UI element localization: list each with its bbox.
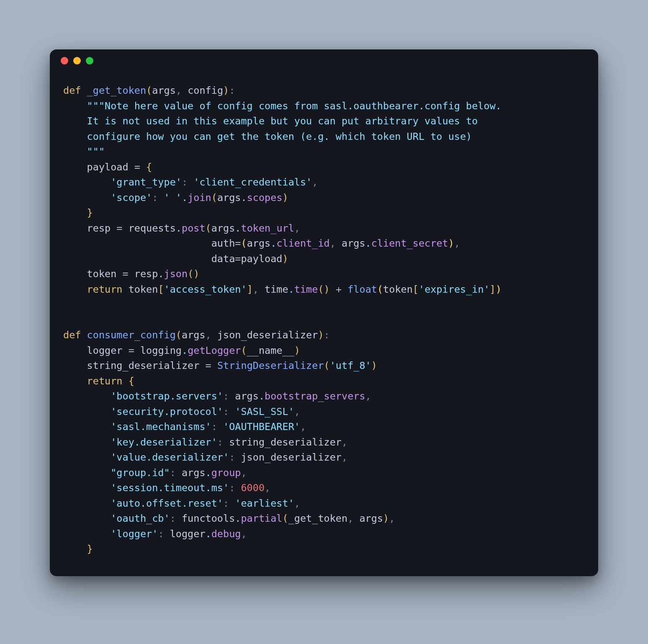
code-token: 6000: [241, 482, 265, 494]
code-token: =: [116, 222, 122, 234]
code-token: :: [152, 192, 164, 204]
code-token: :: [324, 329, 330, 341]
code-token: ): [324, 283, 330, 295]
minimize-icon[interactable]: [73, 57, 81, 64]
code-token: ,: [312, 176, 318, 188]
code-token: token: [383, 283, 413, 295]
code-token: :: [229, 482, 241, 494]
code-token: It is not used in this example but you c…: [87, 115, 478, 127]
code-token: post: [182, 222, 206, 234]
code-token: [122, 345, 128, 356]
code-token: ,: [342, 436, 347, 448]
code-token: string_deserializer: [87, 360, 200, 371]
code-token: [123, 222, 129, 234]
code-token: (: [176, 329, 182, 341]
code-token: token: [129, 283, 158, 295]
code-token: ]: [490, 283, 496, 295]
code-token: 'earliest': [235, 497, 294, 509]
code-token: {: [129, 375, 134, 387]
code-token: 'client_credentials': [193, 176, 312, 188]
code-token: time: [294, 283, 318, 295]
code-token: float: [347, 283, 377, 295]
code-token: (: [283, 513, 288, 524]
code-token: [211, 360, 217, 371]
code-token: 'value.deserializer': [111, 451, 229, 463]
code-token: def: [63, 329, 81, 341]
code-token: ,: [294, 406, 300, 417]
code-token: partial: [241, 513, 282, 524]
code-token: args: [152, 85, 176, 96]
code-token: (: [206, 222, 211, 234]
code-token: 'oauth_cb': [111, 513, 170, 524]
code-token: bootstrap_servers: [265, 390, 365, 402]
code-token: ): [283, 253, 288, 265]
code-token: [199, 360, 205, 371]
code-token: ,: [294, 222, 300, 234]
code-token: .: [206, 528, 211, 540]
code-token: 'bootstrap.servers': [111, 390, 223, 402]
code-token: [140, 161, 146, 173]
code-token: (: [211, 192, 217, 204]
code-token: scopes: [247, 192, 283, 204]
code-token: }: [87, 543, 93, 555]
code-token: :: [223, 390, 235, 402]
code-token: _get_token: [288, 513, 347, 524]
code-token: .: [158, 268, 164, 280]
code-token: ' ': [164, 192, 182, 204]
code-token: payload: [87, 161, 129, 173]
code-token: debug: [211, 528, 241, 540]
code-token: ): [193, 268, 199, 280]
code-token: args: [247, 237, 271, 249]
code-token: string_deserializer: [229, 436, 342, 448]
code-token: 'sasl.mechanisms': [111, 421, 211, 433]
code-token: =: [134, 161, 140, 173]
code-token: def: [63, 85, 81, 96]
code-token: 'utf_8': [330, 360, 371, 371]
code-token: [122, 283, 128, 295]
code-token: 'SASL_SSL': [235, 406, 294, 417]
code-token: }: [87, 207, 93, 219]
code-token: json_deserializer: [217, 329, 318, 341]
code-token: =: [235, 253, 241, 265]
code-token: 'key.deserializer': [111, 436, 217, 448]
code-token: ,: [253, 283, 265, 295]
code-token: logger: [87, 345, 123, 356]
code-token: ,: [241, 528, 247, 540]
code-token: [342, 283, 347, 295]
code-token: client_id: [276, 237, 329, 249]
close-icon[interactable]: [61, 57, 68, 64]
code-token: functools: [182, 513, 235, 524]
code-token: ,: [241, 467, 247, 479]
code-token: StringDeserializer: [217, 360, 324, 371]
code-token: args: [211, 222, 235, 234]
code-token: ): [294, 345, 300, 356]
code-token: ): [283, 192, 288, 204]
code-token: return: [87, 283, 123, 295]
code-token: =: [129, 345, 134, 356]
code-token: ,: [347, 513, 359, 524]
code-token: ,: [342, 451, 347, 463]
code-token: ): [318, 329, 324, 341]
zoom-icon[interactable]: [86, 57, 93, 64]
code-block: def _get_token(args, config): """Note he…: [50, 72, 598, 576]
code-token: +: [336, 283, 342, 295]
code-token: args: [359, 513, 383, 524]
code-token: 'expires_in': [419, 283, 490, 295]
code-token: [116, 268, 122, 280]
code-token: .: [235, 222, 241, 234]
code-token: ,: [389, 513, 395, 524]
code-token: [: [413, 283, 419, 295]
code-token: [129, 268, 134, 280]
code-token: return: [87, 375, 123, 387]
code-token: ,: [206, 329, 217, 341]
code-token: .: [182, 345, 188, 356]
code-token: configure how you can get the token (e.g…: [87, 131, 472, 142]
code-token: (: [324, 360, 330, 371]
code-token: ,: [330, 237, 342, 249]
code-token: :: [170, 467, 182, 479]
code-token: 'grant_type': [111, 176, 182, 188]
code-token: .: [365, 237, 371, 249]
code-token: token: [87, 268, 117, 280]
code-token: args: [182, 467, 206, 479]
code-token: ,: [265, 482, 270, 494]
